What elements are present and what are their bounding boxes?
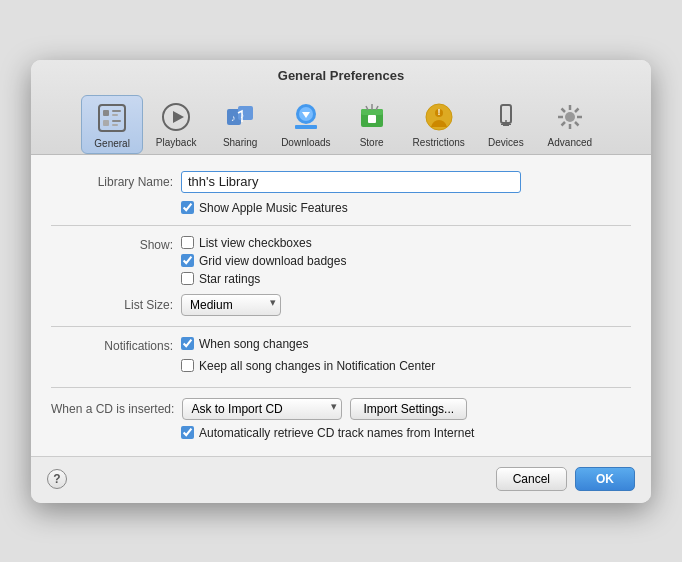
downloads-icon [288,99,324,135]
library-name-label: Library Name: [51,175,181,189]
cancel-button[interactable]: Cancel [496,467,567,491]
list-view-label: List view checkboxes [199,236,312,250]
toolbar-restrictions[interactable]: ! Restrictions [405,95,473,154]
grid-view-label: Grid view download badges [199,254,346,268]
svg-rect-19 [368,115,376,123]
when-song-changes-label: When song changes [199,337,308,351]
help-button[interactable]: ? [47,469,67,489]
list-size-select[interactable]: Small Medium Large [181,294,281,316]
notifications-section: Notifications: When song changes Keep al… [51,337,631,377]
svg-marker-8 [173,111,184,123]
list-view-checkbox[interactable] [181,236,194,249]
svg-text:♪: ♪ [231,113,236,123]
auto-retrieve-row: Automatically retrieve CD track names fr… [181,426,631,440]
apple-music-checkbox[interactable] [181,201,194,214]
apple-music-row: Show Apple Music Features [181,201,631,215]
show-checkboxes: List view checkboxes Grid view download … [181,236,346,290]
svg-point-30 [505,120,507,122]
separator-3 [51,387,631,388]
svg-rect-1 [103,110,109,116]
keep-all-changes-label: Keep all song changes in Notification Ce… [199,359,435,373]
content-area: Library Name: Show Apple Music Features … [31,155,651,456]
show-row: Show: List view checkboxes Grid view dow… [51,236,631,290]
toolbar-general-label: General [94,138,130,149]
grid-view-row: Grid view download badges [181,254,346,268]
svg-rect-29 [501,124,511,125]
import-settings-button[interactable]: Import Settings... [350,398,467,420]
notifications-label: Notifications: [51,337,181,353]
svg-rect-3 [112,114,118,116]
keep-all-changes-row: Keep all song changes in Notification Ce… [181,359,435,373]
toolbar-devices[interactable]: Devices [475,95,537,154]
svg-rect-5 [112,120,121,122]
svg-line-39 [561,122,565,126]
advanced-icon [552,99,588,135]
ok-button[interactable]: OK [575,467,635,491]
toolbar-devices-label: Devices [488,137,524,148]
titlebar: General Preferences General [31,60,651,155]
separator-2 [51,326,631,327]
auto-retrieve-label: Automatically retrieve CD track names fr… [199,426,474,440]
devices-icon [488,99,524,135]
toolbar-general[interactable]: General [81,95,143,154]
svg-point-31 [565,112,575,122]
svg-text:♪: ♪ [240,111,244,120]
svg-line-36 [561,108,565,112]
show-label: Show: [51,236,181,252]
apple-music-checkbox-row: Show Apple Music Features [181,201,631,215]
svg-rect-4 [103,120,109,126]
star-ratings-checkbox[interactable] [181,272,194,285]
svg-line-37 [575,122,579,126]
keep-all-changes-checkbox[interactable] [181,359,194,372]
toolbar-playback[interactable]: Playback [145,95,207,154]
notifications-checkboxes: When song changes Keep all song changes … [181,337,435,377]
library-name-input[interactable] [181,171,521,193]
toolbar: General Playback [31,91,651,154]
footer-buttons: Cancel OK [496,467,635,491]
toolbar-sharing[interactable]: ♪ ♪ Sharing [209,95,271,154]
list-size-row: List Size: Small Medium Large [51,294,631,316]
apple-music-label: Show Apple Music Features [199,201,348,215]
cd-inserted-label: When a CD is inserted: [51,402,182,416]
auto-retrieve-checkbox-row: Automatically retrieve CD track names fr… [181,426,631,440]
preferences-window: General Preferences General [31,60,651,503]
list-view-row: List view checkboxes [181,236,346,250]
playback-icon [158,99,194,135]
list-size-label: List Size: [51,298,181,312]
library-name-row: Library Name: [51,171,631,193]
separator-1 [51,225,631,226]
svg-rect-6 [112,124,118,126]
toolbar-playback-label: Playback [156,137,197,148]
auto-retrieve-checkbox[interactable] [181,426,194,439]
svg-line-38 [575,108,579,112]
cd-inserted-row: When a CD is inserted: Ask to Import CD … [51,398,631,420]
toolbar-store-label: Store [360,137,384,148]
when-song-changes-checkbox[interactable] [181,337,194,350]
restrictions-icon: ! [421,99,457,135]
sharing-icon: ♪ ♪ [222,99,258,135]
toolbar-advanced[interactable]: Advanced [539,95,601,154]
footer: ? Cancel OK [31,456,651,503]
cd-action-select[interactable]: Ask to Import CD Import CD Import CD and… [182,398,342,420]
cd-select-wrapper: Ask to Import CD Import CD Import CD and… [182,398,342,420]
svg-rect-0 [99,105,125,131]
grid-view-checkbox[interactable] [181,254,194,267]
general-icon [94,100,130,136]
toolbar-restrictions-label: Restrictions [413,137,465,148]
star-ratings-label: Star ratings [199,272,260,286]
toolbar-sharing-label: Sharing [223,137,257,148]
star-ratings-row: Star ratings [181,272,346,286]
when-song-changes-row: When song changes [181,337,435,351]
svg-rect-2 [112,110,121,112]
toolbar-advanced-label: Advanced [548,137,592,148]
toolbar-store[interactable]: Store [341,95,403,154]
toolbar-downloads[interactable]: Downloads [273,95,338,154]
svg-rect-16 [295,125,317,129]
list-size-select-wrapper: Small Medium Large [181,294,281,316]
svg-text:!: ! [437,107,440,117]
toolbar-downloads-label: Downloads [281,137,330,148]
store-icon [354,99,390,135]
window-title: General Preferences [31,68,651,83]
